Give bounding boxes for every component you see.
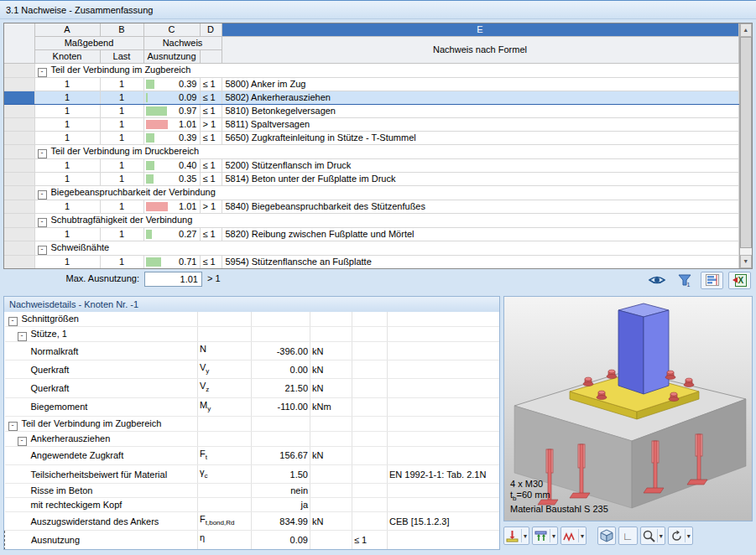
result-row-selected[interactable]: 1 1 0.09 ≤ 1 5802) Ankerherausziehen [4, 91, 738, 105]
row-header[interactable] [4, 256, 34, 269]
group-row[interactable]: -Biegebeanspruchbarkeit der Verbindung [4, 186, 738, 200]
collapse-icon[interactable]: - [38, 218, 47, 227]
knoten-cell[interactable]: 1 [34, 200, 100, 214]
knoten-cell[interactable]: 1 [34, 105, 100, 118]
knoten-cell[interactable]: 1 [34, 173, 100, 186]
result-row[interactable]: 1 1 0.35 ≤ 1 5814) Beton unter der Fußpl… [4, 173, 738, 186]
row-header[interactable] [4, 241, 34, 256]
row-header[interactable] [4, 64, 34, 78]
ausnutzung-cell[interactable]: 0.39 [143, 78, 200, 91]
criterion-cell[interactable]: ≤ 1 [200, 228, 222, 241]
details-group-row[interactable]: -Stütze, 1 [5, 327, 500, 342]
criterion-cell[interactable]: ≤ 1 [200, 78, 222, 91]
last-cell[interactable]: 1 [100, 228, 143, 241]
result-row[interactable]: 1 1 0.39 ≤ 1 5650) Zugkrafteinleitung in… [4, 132, 738, 145]
result-row[interactable]: 1 1 0.71 ≤ 1 5954) Stützenflansche an Fu… [4, 256, 738, 269]
knoten-cell[interactable]: 1 [34, 91, 100, 105]
last-cell[interactable]: 1 [100, 159, 143, 173]
column-letter-e[interactable]: E [222, 23, 738, 37]
formel-cell[interactable]: 5814) Beton unter der Fußplatte im Druck [222, 173, 738, 186]
knoten-cell[interactable]: 1 [34, 132, 100, 145]
group-row[interactable]: -Schubtragfähigkeit der Verbindung [4, 214, 738, 228]
formel-cell[interactable]: 5200) Stützenflansch im Druck [222, 159, 738, 173]
zoom-button[interactable]: ▾ [640, 526, 665, 545]
row-header[interactable] [4, 145, 34, 159]
scroll-down-button[interactable]: ▼ [740, 255, 753, 268]
collapse-icon[interactable]: - [8, 422, 18, 431]
details-row[interactable]: Teilsicherheitsbeiwert für Material γc 1… [5, 464, 500, 483]
formel-cell[interactable]: 5840) Biegebeanspruchbarkeit des Stützen… [222, 200, 738, 214]
display-weld-results-button[interactable]: ▾ [560, 526, 587, 545]
last-cell[interactable]: 1 [100, 173, 143, 186]
display-anchor-forces-button[interactable]: ▾ [503, 526, 529, 545]
details-group-row[interactable]: -Schnittgrößen [5, 312, 500, 327]
knoten-cell[interactable]: 1 [34, 118, 100, 132]
detail-name[interactable]: Auszugswiderstand des Ankers [5, 512, 198, 531]
formel-cell[interactable]: 5802) Ankerherausziehen [222, 91, 738, 105]
3d-viewport[interactable]: 4 x M30 tb=60 mm Material Baustahl S 235 [503, 296, 753, 521]
last-cell[interactable]: 1 [100, 91, 143, 105]
details-row[interactable]: Querkraft Vz 21.50 kN [5, 379, 500, 397]
ausnutzung-cell[interactable]: 0.35 [143, 173, 200, 186]
row-header[interactable] [4, 78, 34, 91]
details-row[interactable]: Auszugswiderstand des Ankers Ft,bond,Rd … [5, 512, 500, 531]
ausnutzung-cell[interactable]: 1.01 [143, 200, 200, 214]
scrollbar-thumb[interactable] [740, 37, 753, 248]
detail-name[interactable]: Biegemoment [5, 397, 198, 416]
collapse-icon[interactable]: - [8, 317, 18, 326]
filter-results-button[interactable]: 1 [673, 272, 696, 289]
collapse-icon[interactable]: - [38, 246, 47, 255]
collapse-icon[interactable]: - [38, 190, 47, 200]
column-letter-c[interactable]: C [143, 23, 200, 37]
column-letter-d[interactable]: D [200, 23, 222, 37]
criterion-cell[interactable]: ≤ 1 [200, 105, 222, 118]
ausnutzung-cell[interactable]: 0.71 [143, 256, 200, 269]
scroll-up-button[interactable]: ▲ [740, 23, 753, 37]
knoten-cell[interactable]: 1 [34, 256, 100, 269]
group-row[interactable]: -Teil der Verbindung im Druckbereich [4, 145, 738, 159]
result-row[interactable]: 1 1 0.39 ≤ 1 5800) Anker im Zug [4, 78, 738, 91]
vertical-scrollbar[interactable]: ▲ ▼ [739, 23, 753, 268]
view-results-button[interactable] [645, 272, 668, 289]
result-row[interactable]: 1 1 0.27 ≤ 1 5820) Reibung zwischen Fußp… [4, 228, 738, 241]
knoten-cell[interactable]: 1 [34, 78, 100, 91]
detail-name[interactable]: Ausnutzung [5, 531, 198, 549]
formel-cell[interactable]: 5811) Spaltversagen [222, 118, 738, 132]
row-header[interactable] [4, 200, 34, 214]
isometric-view-button[interactable] [597, 526, 616, 545]
details-row[interactable]: Biegemoment My -110.00 kNm [5, 397, 500, 416]
details-group-row[interactable]: -Ankerherausziehen [5, 431, 500, 446]
criterion-cell[interactable]: ≤ 1 [200, 173, 222, 186]
details-row[interactable]: mit rechteckigem Kopf ja [5, 498, 500, 512]
criterion-cell[interactable]: > 1 [200, 200, 222, 214]
display-contact-stress-button[interactable]: ▾ [532, 526, 558, 545]
criterion-cell[interactable]: ≤ 1 [200, 159, 222, 173]
criterion-cell[interactable]: > 1 [200, 118, 222, 132]
row-header[interactable] [4, 118, 34, 132]
formel-cell[interactable]: 5800) Anker im Zug [222, 78, 738, 91]
row-header[interactable] [4, 214, 34, 228]
column-letter-b[interactable]: B [100, 23, 143, 37]
details-row[interactable]: Risse im Beton nein [5, 484, 500, 498]
row-header[interactable] [4, 173, 34, 186]
detail-name[interactable]: Querkraft [5, 379, 198, 397]
collapse-icon[interactable]: - [38, 149, 47, 158]
criterion-cell[interactable]: ≤ 1 [200, 132, 222, 145]
ausnutzung-cell[interactable]: 0.40 [143, 159, 200, 173]
last-cell[interactable]: 1 [100, 118, 143, 132]
collapse-icon[interactable]: - [18, 332, 27, 341]
details-row[interactable]: Querkraft Vy 0.00 kN [5, 360, 500, 379]
row-header[interactable] [4, 132, 34, 145]
ausnutzung-cell[interactable]: 0.27 [143, 228, 200, 241]
ausnutzung-cell[interactable]: 0.97 [143, 105, 200, 118]
row-header[interactable] [4, 159, 34, 173]
result-row[interactable]: 1 1 1.01 > 1 5811) Spaltversagen [4, 118, 738, 132]
details-group-row[interactable]: -Teil der Verbindung im Zugbereich [5, 416, 500, 431]
collapse-icon[interactable]: - [18, 437, 27, 446]
criterion-cell[interactable]: ≤ 1 [200, 91, 222, 105]
row-header[interactable] [4, 105, 34, 118]
group-row[interactable]: -Schweißnähte [4, 241, 738, 256]
details-row[interactable]: Normalkraft N -396.00 kN [5, 342, 500, 360]
formel-cell[interactable]: 5820) Reibung zwischen Fußplatte und Mör… [222, 228, 738, 241]
column-letter-a[interactable]: A [34, 23, 100, 37]
